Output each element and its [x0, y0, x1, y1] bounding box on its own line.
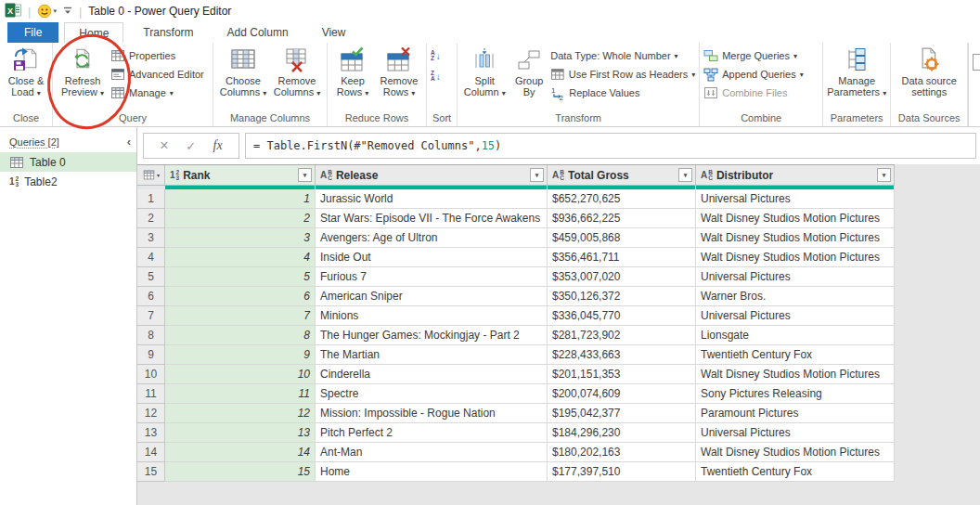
use-first-row-as-headers-button[interactable]: Use First Row as Headers ▾ — [550, 65, 695, 84]
column-header-rank[interactable]: 1 23 Rank ▾ — [165, 165, 316, 185]
rank-cell[interactable]: 9 — [165, 345, 316, 365]
manage-button[interactable]: Manage ▾ — [110, 84, 209, 102]
data-type-button[interactable]: Data Type: Whole Number ▾ — [550, 46, 695, 65]
distributor-cell[interactable]: Walt Disney Studios Motion Pictures — [696, 443, 895, 462]
release-cell[interactable]: Spectre — [316, 384, 548, 404]
distributor-cell[interactable]: Universal Pictures — [696, 189, 895, 209]
total-gross-cell[interactable]: $228,433,663 — [548, 345, 696, 365]
formula-input[interactable]: = Table.FirstN(#"Removed Columns",15) — [245, 133, 976, 159]
select-all-corner[interactable]: ▾ — [137, 165, 165, 185]
release-cell[interactable]: Home — [316, 462, 548, 482]
release-cell[interactable]: Jurassic World — [316, 189, 548, 209]
row-number[interactable]: 8 — [137, 326, 165, 345]
total-gross-cell[interactable]: $177,397,510 — [548, 462, 696, 482]
release-cell[interactable]: Inside Out — [316, 248, 548, 267]
tab-transform[interactable]: Transform — [129, 22, 207, 43]
rank-cell[interactable]: 4 — [165, 248, 316, 267]
distributor-cell[interactable]: Paramount Pictures — [696, 404, 895, 423]
rank-cell[interactable]: 8 — [165, 326, 316, 345]
release-cell[interactable]: Pitch Perfect 2 — [316, 423, 548, 443]
customize-toolbar-button[interactable] — [63, 5, 72, 18]
merge-queries-button[interactable]: Merge Queries ▾ — [703, 46, 819, 65]
query-item-table0[interactable]: Table 0 — [0, 152, 136, 172]
rank-cell[interactable]: 10 — [165, 365, 316, 384]
release-cell[interactable]: Mission: Impossible - Rogue Nation — [316, 404, 548, 423]
manage-parameters-button[interactable]: Manage Parameters ▾ — [827, 44, 886, 99]
rank-cell[interactable]: 12 — [165, 404, 316, 423]
distributor-cell[interactable]: Walt Disney Studios Motion Pictures — [696, 248, 895, 267]
rank-cell[interactable]: 2 — [165, 209, 316, 228]
smiley-feedback-button[interactable]: ▾ — [37, 4, 57, 19]
tab-home[interactable]: Home — [64, 22, 123, 43]
confirm-formula-icon[interactable]: ✓ — [186, 139, 196, 153]
refresh-preview-button[interactable]: Refresh Preview ▾ — [57, 44, 109, 99]
row-number[interactable]: 11 — [137, 384, 165, 404]
row-number[interactable]: 6 — [137, 287, 165, 306]
row-number[interactable]: 10 — [137, 365, 165, 384]
advanced-editor-button[interactable]: Advanced Editor — [110, 65, 209, 84]
remove-rows-button[interactable]: Remove Rows ▾ — [376, 44, 422, 99]
filter-dropdown-button[interactable]: ▾ — [530, 168, 544, 182]
column-header-release[interactable]: A BC Release ▾ — [316, 165, 548, 185]
rank-cell[interactable]: 5 — [165, 267, 316, 287]
row-number[interactable]: 1 — [137, 189, 165, 209]
split-column-button[interactable]: Split Column ▾ — [461, 44, 508, 99]
row-number[interactable]: 2 — [137, 209, 165, 228]
rank-cell[interactable]: 3 — [165, 228, 316, 248]
total-gross-cell[interactable]: $652,270,625 — [548, 189, 696, 209]
group-by-button[interactable]: Group By — [509, 44, 548, 97]
row-number[interactable]: 13 — [137, 423, 165, 443]
distributor-cell[interactable]: Twentieth Century Fox — [696, 345, 895, 365]
total-gross-cell[interactable]: $356,461,711 — [548, 248, 696, 267]
release-cell[interactable]: The Martian — [316, 345, 548, 365]
total-gross-cell[interactable]: $180,202,163 — [548, 443, 696, 462]
release-cell[interactable]: Minions — [316, 306, 548, 326]
release-cell[interactable]: The Hunger Games: Mockingjay - Part 2 — [316, 326, 548, 345]
sort-descending-button[interactable]: ZA ↓ — [431, 68, 441, 84]
row-number[interactable]: 12 — [137, 404, 165, 423]
release-cell[interactable]: Furious 7 — [316, 267, 548, 287]
distributor-cell[interactable]: Universal Pictures — [696, 423, 895, 443]
release-cell[interactable]: Cinderella — [316, 365, 548, 384]
tab-add-column[interactable]: Add Column — [213, 22, 303, 43]
collapse-pane-button[interactable]: ‹ — [127, 135, 131, 149]
row-number[interactable]: 15 — [137, 462, 165, 482]
total-gross-cell[interactable]: $195,042,377 — [548, 404, 696, 423]
row-number[interactable]: 5 — [137, 267, 165, 287]
keep-rows-button[interactable]: Keep Rows ▾ — [331, 44, 374, 99]
filter-dropdown-button[interactable]: ▾ — [877, 168, 891, 182]
filter-dropdown-button[interactable]: ▾ — [678, 168, 692, 182]
total-gross-cell[interactable]: $459,005,868 — [548, 228, 696, 248]
row-number[interactable]: 7 — [137, 306, 165, 326]
distributor-cell[interactable]: Lionsgate — [696, 326, 895, 345]
total-gross-cell[interactable]: $184,296,230 — [548, 423, 696, 443]
distributor-cell[interactable]: Sony Pictures Releasing — [696, 384, 895, 404]
properties-button[interactable]: Properties — [110, 46, 209, 65]
sort-ascending-button[interactable]: AZ ↓ — [431, 47, 441, 64]
total-gross-cell[interactable]: $201,151,353 — [548, 365, 696, 384]
distributor-cell[interactable]: Universal Pictures — [696, 306, 895, 326]
combine-files-button[interactable]: Combine Files — [703, 84, 819, 102]
data-source-settings-button[interactable]: Data source settings — [895, 44, 963, 97]
rank-cell[interactable]: 1 — [165, 189, 316, 209]
row-number[interactable]: 9 — [137, 345, 165, 365]
release-cell[interactable]: Star Wars: Episode VII - The Force Awake… — [316, 209, 548, 228]
distributor-cell[interactable]: Walt Disney Studios Motion Pictures — [696, 228, 895, 248]
rank-cell[interactable]: 13 — [165, 423, 316, 443]
total-gross-cell[interactable]: $350,126,372 — [548, 287, 696, 306]
row-number[interactable]: 3 — [137, 228, 165, 248]
cancel-formula-icon[interactable]: × — [160, 137, 168, 154]
row-number[interactable]: 4 — [137, 248, 165, 267]
append-queries-button[interactable]: Append Queries ▾ — [703, 65, 819, 84]
release-cell[interactable]: Avengers: Age of Ultron — [316, 228, 548, 248]
total-gross-cell[interactable]: $281,723,902 — [548, 326, 696, 345]
remove-columns-button[interactable]: Remove Columns ▾ — [271, 44, 323, 99]
rank-cell[interactable]: 7 — [165, 306, 316, 326]
filter-dropdown-button[interactable]: ▾ — [298, 168, 312, 182]
distributor-cell[interactable]: Universal Pictures — [696, 267, 895, 287]
choose-columns-button[interactable]: Choose Columns ▾ — [217, 44, 269, 99]
column-header-total-gross[interactable]: A BC Total Gross ▾ — [548, 165, 696, 185]
release-cell[interactable]: American Sniper — [316, 287, 548, 306]
distributor-cell[interactable]: Twentieth Century Fox — [696, 462, 895, 482]
distributor-cell[interactable]: Walt Disney Studios Motion Pictures — [696, 209, 895, 228]
